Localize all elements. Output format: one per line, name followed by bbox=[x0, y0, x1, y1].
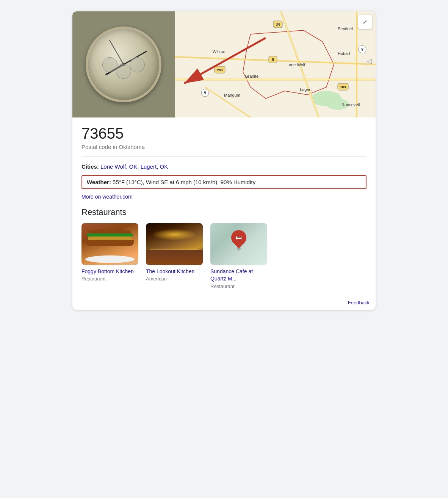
cities-list: Lone Wolf, OK, Lugert, OK bbox=[100, 163, 168, 170]
weather-link[interactable]: More on weather.com bbox=[81, 194, 133, 200]
burger-image bbox=[81, 223, 138, 265]
svg-text:Mangum: Mangum bbox=[224, 93, 240, 97]
restaurant-name-3: Sundance Cafe at Quartz M... bbox=[210, 268, 267, 283]
svg-text:Lone Wolf: Lone Wolf bbox=[287, 63, 305, 67]
content-area: 73655 Postal code in Oklahoma Cities: Lo… bbox=[72, 117, 376, 297]
city-link-1[interactable]: Lone Wolf, OK bbox=[100, 163, 137, 170]
cities-row: Cities: Lone Wolf, OK, Lugert, OK bbox=[81, 163, 367, 171]
map-nav-arrow: ◁ bbox=[367, 57, 372, 65]
expand-icon: ⤢ bbox=[363, 19, 367, 25]
postal-code: 73655 bbox=[81, 125, 367, 142]
weather-value: 55°F (13°C), Wind SE at 6 mph (10 km/h),… bbox=[113, 179, 255, 185]
watch-subdial-2 bbox=[102, 57, 117, 72]
svg-text:9: 9 bbox=[361, 47, 363, 52]
feedback-row: Feedback bbox=[72, 297, 376, 310]
svg-text:9: 9 bbox=[204, 91, 206, 95]
more-weather-row: More on weather.com bbox=[81, 194, 367, 200]
weather-label: Weather: bbox=[87, 179, 111, 185]
cities-label: Cities: bbox=[81, 163, 99, 170]
map-svg: 34 283 6 9 9 183 Sentinel Willow Hob bbox=[175, 11, 376, 117]
svg-text:Hobart: Hobart bbox=[338, 51, 350, 56]
divider-1 bbox=[81, 156, 367, 157]
watch-image bbox=[72, 11, 175, 117]
restaurants-title: Restaurants bbox=[81, 207, 367, 217]
restaurant-img-2 bbox=[146, 223, 203, 265]
interior-lights bbox=[152, 229, 197, 240]
svg-text:34: 34 bbox=[276, 22, 280, 27]
restaurant-img-3: 🛏 bbox=[210, 223, 267, 265]
restaurant-img-1 bbox=[81, 223, 138, 265]
map-pin-image: 🛏 bbox=[210, 223, 267, 265]
top-images-row: 34 283 6 9 9 183 Sentinel Willow Hob bbox=[72, 11, 376, 117]
restaurant-type-1: Restaurant bbox=[81, 276, 138, 282]
restaurants-grid: Foggy Bottom Kitchen Restaurant The Look… bbox=[81, 223, 367, 289]
svg-text:6: 6 bbox=[272, 58, 274, 62]
watch-face bbox=[86, 27, 161, 102]
svg-text:283: 283 bbox=[217, 68, 222, 72]
restaurant-item-3[interactable]: 🛏 Sundance Cafe at Quartz M... Restauran… bbox=[210, 223, 267, 289]
map-area: 34 283 6 9 9 183 Sentinel Willow Hob bbox=[175, 11, 376, 117]
watch-subdial-1 bbox=[116, 64, 131, 79]
interior-image bbox=[146, 223, 203, 265]
svg-text:Willow: Willow bbox=[213, 49, 225, 54]
svg-text:Roosevelt: Roosevelt bbox=[341, 102, 360, 107]
restaurant-name-2: The Lookout Kitchen bbox=[146, 268, 203, 276]
svg-text:Granite: Granite bbox=[245, 74, 258, 78]
svg-text:Sentinel: Sentinel bbox=[338, 27, 353, 31]
watch-subdial-3 bbox=[130, 57, 145, 72]
svg-text:Lugert: Lugert bbox=[300, 87, 312, 92]
restaurant-type-3: Restaurant bbox=[210, 283, 267, 289]
restaurant-item-1[interactable]: Foggy Bottom Kitchen Restaurant bbox=[81, 223, 138, 289]
restaurant-type-2: American bbox=[146, 276, 203, 282]
weather-box: Weather: 55°F (13°C), Wind SE at 6 mph (… bbox=[81, 175, 367, 189]
svg-text:183: 183 bbox=[340, 85, 346, 89]
restaurant-item-2[interactable]: The Lookout Kitchen American bbox=[146, 223, 203, 289]
restaurant-name-1: Foggy Bottom Kitchen bbox=[81, 268, 138, 276]
city-link-2[interactable]: Lugert, OK bbox=[141, 163, 168, 170]
map-expand-button[interactable]: ⤢ bbox=[358, 15, 372, 29]
burger-plate bbox=[85, 255, 135, 263]
postal-subtitle: Postal code in Oklahoma bbox=[81, 144, 367, 150]
knowledge-panel: 34 283 6 9 9 183 Sentinel Willow Hob bbox=[72, 11, 376, 310]
feedback-link[interactable]: Feedback bbox=[348, 300, 370, 305]
